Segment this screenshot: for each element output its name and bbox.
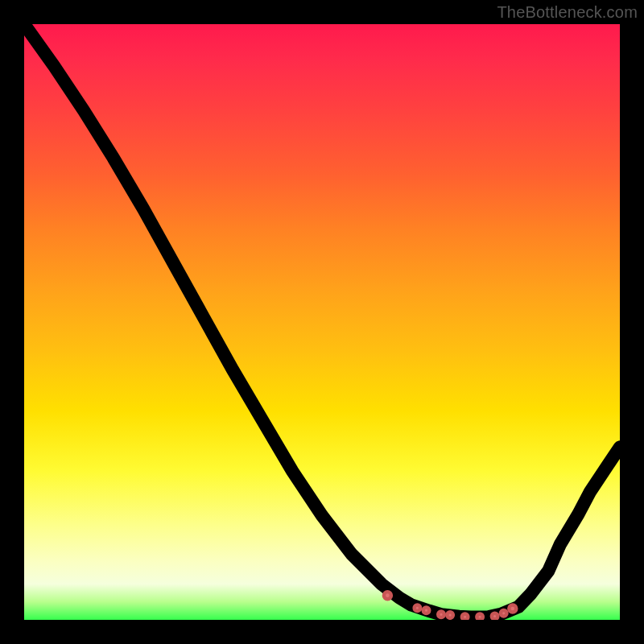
marker-dot	[384, 592, 391, 599]
marker-dot	[462, 614, 469, 620]
watermark-label: TheBottleneck.com	[497, 3, 638, 22]
marker-dot	[509, 605, 516, 612]
marker-dot	[447, 612, 453, 618]
curve-svg	[24, 24, 620, 620]
marker-dot	[501, 610, 507, 617]
chart-frame: TheBottleneck.com	[0, 0, 644, 644]
marker-dot	[477, 614, 483, 620]
plot-area	[24, 24, 620, 620]
bottleneck-curve	[24, 24, 620, 617]
marker-dot	[492, 613, 498, 620]
marker-dot	[415, 605, 421, 611]
marker-dot	[423, 607, 430, 613]
marker-dot	[438, 612, 444, 618]
